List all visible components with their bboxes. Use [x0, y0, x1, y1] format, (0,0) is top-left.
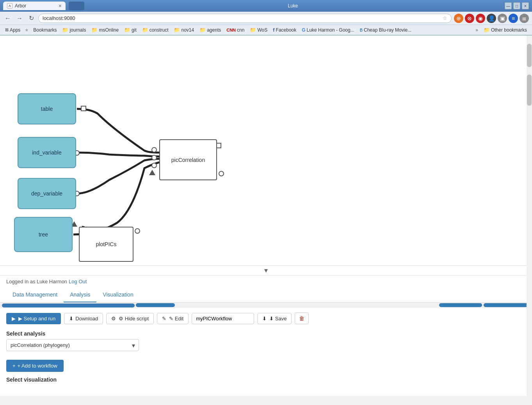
tab-data-management[interactable]: Data Management — [6, 288, 64, 302]
select-visualization-label: Select visualization — [6, 377, 526, 383]
canvas-scroll-thumb[interactable] — [527, 44, 532, 67]
piccorrelation-input-triangle[interactable] — [149, 170, 155, 175]
download-button[interactable]: ⬇ Download — [64, 313, 103, 324]
chevron-down-icon[interactable]: ▾ — [264, 266, 268, 275]
bookmark-luke-harmon[interactable]: G Luke Harmon - Goog... — [300, 27, 356, 34]
ext-icon-7[interactable]: ≣ — [520, 14, 529, 23]
save-icon: ⬇ — [262, 316, 267, 322]
table-output-port[interactable] — [81, 106, 86, 111]
delete-button[interactable]: 🗑 — [295, 313, 309, 324]
bookmark-nov14[interactable]: 📁nov14 — [172, 26, 196, 34]
node-tree[interactable]: tree — [14, 217, 73, 252]
add-workflow-section: + + Add to workflow — [0, 360, 532, 372]
title-bar: A Arbor × Luke — □ × — [0, 0, 532, 12]
plotpics-input-port[interactable] — [135, 228, 140, 234]
tab-analysis[interactable]: Analysis — [64, 288, 96, 302]
download-icon: ⬇ — [69, 316, 73, 322]
minimize-button[interactable]: — — [505, 2, 512, 9]
scroll-thumb-middle[interactable] — [136, 303, 175, 307]
toolbar-row: ▶ ▶ Setup and run ⬇ Download ⚙ ⚙ Hide sc… — [0, 308, 532, 329]
bookmark-wos[interactable]: 📁WoS — [248, 26, 269, 34]
logout-link[interactable]: Log Out — [69, 279, 87, 284]
bookmark-journals[interactable]: 📁journals — [60, 26, 88, 34]
bookmark-star-icon[interactable]: ☆ — [443, 15, 447, 21]
bookmarks-bar: ⊞ Apps ★ Bookmarks 📁journals 📁msOnline 📁… — [0, 25, 532, 35]
tabs-row: Data Management Analysis Visualization — [0, 288, 532, 302]
scroll-thumb-left[interactable] — [2, 304, 135, 307]
analysis-select-wrapper: picCorrelation (phylogeny) picRegression… — [6, 339, 139, 351]
analysis-select[interactable]: picCorrelation (phylogeny) picRegression… — [6, 339, 139, 351]
bookmark-git[interactable]: 📁git — [122, 26, 139, 34]
scroll-thumb-right2[interactable] — [484, 303, 530, 307]
tab-favicon: A — [7, 3, 12, 9]
bookmark-cnn[interactable]: CNN cnn — [224, 27, 246, 34]
workflow-canvas[interactable]: table ind_variable dep_variable tree — [0, 36, 532, 266]
trash-icon: 🗑 — [299, 315, 304, 322]
edit-button[interactable]: ✎ ✎ Edit — [157, 313, 189, 324]
select-visualization-section: Select visualization — [0, 375, 532, 390]
node-ind-variable[interactable]: ind_variable — [18, 137, 76, 168]
node-pic-correlation[interactable]: picCorrelation — [159, 139, 217, 180]
new-tab-button[interactable] — [69, 2, 84, 10]
tab-close-button[interactable]: × — [59, 3, 62, 9]
user-bar: Logged in as Luke Harmon Log Out — [0, 275, 532, 288]
bookmark-agents[interactable]: 📁agents — [197, 26, 223, 34]
ext-icon-5[interactable]: ▣ — [498, 14, 507, 23]
piccorrelation-input-port-1[interactable] — [151, 147, 157, 153]
browser-chrome: A Arbor × Luke — □ × ← → ↻ localhost:908… — [0, 0, 532, 36]
node-dep-variable[interactable]: dep_variable — [18, 178, 76, 209]
tab-visualization[interactable]: Visualization — [96, 288, 139, 302]
piccorrelation-output-circle[interactable] — [219, 171, 224, 176]
horizontal-scrollbar[interactable] — [0, 302, 532, 308]
close-button[interactable]: × — [522, 2, 529, 9]
settings-icon: ⚙ — [111, 316, 116, 322]
logged-in-text: Logged in as Luke Harmon — [6, 279, 67, 284]
save-button[interactable]: ⬇ ⬇ Save — [257, 313, 292, 324]
collapse-chevron-row[interactable]: ▾ — [0, 266, 532, 275]
ext-icon-1[interactable]: ⊕ — [454, 14, 463, 23]
window-controls: — □ × — [505, 2, 529, 9]
add-to-workflow-button[interactable]: + + Add to workflow — [6, 360, 64, 372]
nav-extension-icons: ⊕ ⊗ ◉ 👤 ▣ ≡ ≣ — [454, 14, 529, 23]
ext-icon-6[interactable]: ≡ — [509, 14, 518, 23]
tab-title: Arbor — [15, 3, 26, 9]
scroll-thumb-right1[interactable] — [439, 303, 482, 307]
browser-tab[interactable]: A Arbor × — [3, 2, 66, 10]
ext-icon-2[interactable]: ⊗ — [465, 14, 474, 23]
bottom-scrollbar[interactable] — [0, 396, 527, 401]
workflow-name-input[interactable] — [192, 313, 254, 324]
setup-run-button[interactable]: ▶ ▶ Setup and run — [6, 313, 61, 324]
bookmark-more[interactable]: » — [473, 27, 480, 34]
play-icon: ▶ — [12, 316, 16, 322]
refresh-button[interactable]: ↻ — [27, 14, 36, 23]
right-scrollbar[interactable] — [527, 275, 532, 401]
page-content: table ind_variable dep_variable tree — [0, 36, 532, 401]
bookmark-bluray[interactable]: B Cheap Blu-ray Movie... — [358, 27, 413, 34]
bookmark-facebook[interactable]: f Facebook — [271, 26, 298, 34]
piccorrelation-input-port-3[interactable] — [151, 163, 157, 168]
restore-button[interactable]: □ — [513, 2, 520, 9]
bookmark-msonline[interactable]: 📁msOnline — [89, 26, 121, 34]
address-bar[interactable]: localhost:9080 ☆ — [38, 14, 452, 23]
window-user-label: Luke — [288, 3, 298, 9]
node-table[interactable]: table — [18, 93, 76, 124]
select-analysis-label: Select analysis — [6, 330, 526, 337]
plus-icon: + — [12, 363, 16, 369]
forward-button[interactable]: → — [15, 14, 24, 23]
nav-bar: ← → ↻ localhost:9080 ☆ ⊕ ⊗ ◉ 👤 ▣ ≡ ≣ — [0, 12, 532, 25]
bookmark-construct[interactable]: 📁construct — [140, 26, 171, 34]
edit-icon: ✎ — [162, 316, 166, 322]
bookmark-other[interactable]: 📁Other bookmarks — [482, 26, 529, 34]
bookmark-bookmarks[interactable]: Bookmarks — [31, 27, 59, 34]
node-plot-pics[interactable]: plotPICs — [79, 227, 133, 262]
back-button[interactable]: ← — [3, 14, 12, 23]
address-text: localhost:9080 — [43, 15, 75, 21]
piccorrelation-input-port-2[interactable] — [151, 155, 157, 160]
select-analysis-section: Select analysis picCorrelation (phylogen… — [0, 329, 532, 356]
bookmark-apps[interactable]: ⊞ Apps — [3, 27, 22, 34]
hide-script-button[interactable]: ⚙ ⚙ Hide script — [106, 313, 154, 324]
ext-icon-4[interactable]: 👤 — [487, 14, 496, 23]
ext-icon-3[interactable]: ◉ — [476, 14, 485, 23]
bottom-panel: Logged in as Luke Harmon Log Out Data Ma… — [0, 275, 532, 401]
